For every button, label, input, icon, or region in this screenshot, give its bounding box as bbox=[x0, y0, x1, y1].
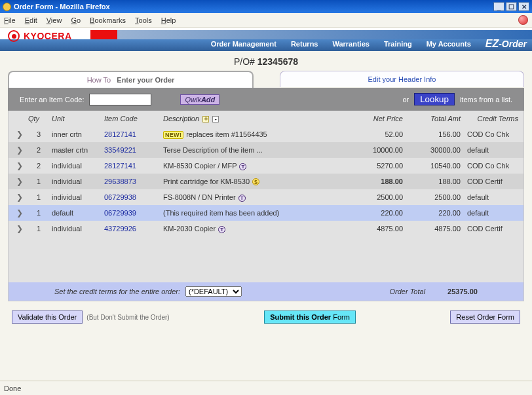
totals-row: Set the credit terms for the entire orde… bbox=[9, 282, 523, 301]
browser-menubar: File Edit View Go Bookmarks Tools Help bbox=[0, 13, 532, 28]
menu-view[interactable]: View bbox=[47, 16, 62, 24]
col-item-code: Item Code bbox=[103, 113, 162, 124]
order-total-value: 25375.00 bbox=[447, 288, 478, 295]
po-number-line: P/O# 12345678 bbox=[8, 55, 524, 71]
row-credit-terms: default bbox=[462, 144, 520, 156]
row-description: (This required item has been added) bbox=[162, 207, 347, 219]
row-qty: 2 bbox=[27, 144, 50, 156]
qwikadd-button[interactable]: QwikAdd bbox=[180, 94, 219, 105]
table-row[interactable]: ❯1default06729939(This required item has… bbox=[9, 205, 523, 221]
col-total-amt: Total Amt bbox=[404, 113, 462, 124]
kyocera-logo-icon bbox=[8, 30, 20, 42]
item-code-input[interactable] bbox=[89, 94, 151, 105]
row-unit: inner crtn bbox=[50, 128, 103, 140]
window-minimize-button[interactable]: _ bbox=[493, 2, 504, 11]
row-net-price: 10000.00 bbox=[347, 144, 404, 156]
kyocera-logo: KYOCERA bbox=[8, 30, 72, 42]
row-credit-terms: COD Co Chk bbox=[462, 160, 520, 172]
row-item-code[interactable]: 28127141 bbox=[103, 160, 162, 172]
window-close-button[interactable]: ✕ bbox=[518, 2, 529, 11]
row-expand-chevron-icon[interactable]: ❯ bbox=[12, 206, 27, 219]
menu-go[interactable]: Go bbox=[71, 16, 81, 24]
row-item-code[interactable]: 28127141 bbox=[103, 128, 162, 140]
lookup-button[interactable]: Lookup bbox=[414, 93, 455, 105]
type-badge-icon: T bbox=[238, 195, 246, 202]
row-total-amt: 4875.00 bbox=[404, 223, 462, 235]
order-total-label: Order Total bbox=[389, 288, 425, 295]
submit-order-button[interactable]: Submit this Order Form bbox=[264, 310, 356, 324]
reset-order-button[interactable]: Reset Order Form bbox=[450, 310, 520, 324]
row-total-amt: 156.00 bbox=[404, 128, 462, 140]
row-expand-chevron-icon[interactable]: ❯ bbox=[12, 143, 27, 157]
row-expand-chevron-icon[interactable]: ❯ bbox=[12, 222, 27, 235]
row-net-price: 220.00 bbox=[347, 207, 404, 219]
row-expand-chevron-icon[interactable]: ❯ bbox=[12, 175, 27, 188]
row-expand-chevron-icon[interactable]: ❯ bbox=[12, 159, 27, 172]
row-expand-chevron-icon[interactable]: ❯ bbox=[12, 128, 27, 141]
lookup-suffix: items from a list. bbox=[460, 96, 512, 103]
menu-file[interactable]: File bbox=[4, 16, 16, 24]
window-title: Order Form - Mozilla Firefox bbox=[14, 3, 110, 10]
row-unit: individual bbox=[50, 223, 103, 235]
row-unit: individual bbox=[50, 160, 103, 172]
nav-order-management[interactable]: Order Management bbox=[211, 40, 276, 48]
validate-order-button[interactable]: Validate this Order bbox=[12, 310, 83, 324]
table-row[interactable]: ❯1individual29638873Print cartridge for … bbox=[9, 174, 523, 189]
table-row[interactable]: ❯1individual06729938FS-8008N / DN Printe… bbox=[9, 189, 523, 205]
row-total-amt: 2500.00 bbox=[404, 191, 462, 203]
nav-training[interactable]: Training bbox=[384, 40, 412, 48]
row-expand-chevron-icon[interactable]: ❯ bbox=[12, 191, 27, 204]
nav-returns[interactable]: Returns bbox=[291, 40, 318, 48]
row-credit-terms: COD Certif bbox=[462, 176, 520, 187]
menu-edit[interactable]: Edit bbox=[25, 16, 37, 24]
order-table: Qty Unit Item Code Description + - Net P… bbox=[8, 111, 524, 301]
type-badge-icon: T bbox=[239, 163, 246, 170]
window-maximize-button[interactable]: ☐ bbox=[506, 2, 517, 11]
nav-my-accounts[interactable]: My Accounts bbox=[427, 40, 471, 48]
or-label: or bbox=[402, 96, 409, 103]
brand-header: KYOCERA Order Management Returns Warrant… bbox=[0, 28, 532, 51]
table-row[interactable]: ❯3inner crtn28127141NEW!replaces item #1… bbox=[9, 126, 523, 142]
row-net-price: 5270.00 bbox=[347, 160, 404, 172]
row-unit: default bbox=[50, 207, 103, 219]
row-net-price: 52.00 bbox=[347, 128, 404, 140]
row-description: Print cartridge for KM-8530$ bbox=[162, 176, 347, 187]
row-item-code[interactable]: 06729938 bbox=[103, 191, 162, 203]
col-qty: Qty bbox=[27, 113, 50, 124]
tab-howto-link[interactable]: How To bbox=[87, 76, 111, 84]
row-qty: 1 bbox=[27, 176, 50, 187]
table-row[interactable]: ❯1individual43729926KM-2030 CopierT4875.… bbox=[9, 221, 523, 236]
row-net-price: 4875.00 bbox=[347, 223, 404, 235]
row-credit-terms: COD Certif bbox=[462, 223, 520, 235]
row-description: NEW!replaces item #11564435 bbox=[162, 128, 347, 140]
status-bar: Done bbox=[0, 381, 532, 395]
credit-terms-select[interactable]: (*DEFAULT) bbox=[185, 286, 242, 297]
description-expand-icon[interactable]: + bbox=[202, 116, 209, 122]
row-unit: master crtn bbox=[50, 144, 103, 156]
row-credit-terms: default bbox=[462, 191, 520, 203]
menu-bookmarks[interactable]: Bookmarks bbox=[90, 16, 126, 24]
ez-order-brand: EZ-Order bbox=[485, 38, 527, 50]
tab-enter-order-label: Enter your Order bbox=[117, 76, 174, 84]
row-description: Terse Description of the item ... bbox=[162, 144, 347, 156]
table-row[interactable]: ❯2individual28127141KM-8530 Copier / MFP… bbox=[9, 158, 523, 174]
row-credit-terms: COD Co Chk bbox=[462, 128, 520, 140]
row-item-code[interactable]: 33549221 bbox=[103, 144, 162, 156]
menu-help[interactable]: Help bbox=[161, 16, 176, 24]
row-description: KM-2030 CopierT bbox=[162, 223, 347, 235]
row-item-code[interactable]: 06729939 bbox=[103, 207, 162, 219]
menu-tools[interactable]: Tools bbox=[135, 16, 152, 24]
tab-edit-header[interactable]: Edit your Header Info bbox=[280, 71, 524, 87]
nav-warranties[interactable]: Warranties bbox=[332, 40, 369, 48]
app-close-icon[interactable] bbox=[518, 15, 528, 25]
validate-note: (But Don't Submit the Order) bbox=[86, 314, 169, 321]
description-collapse-icon[interactable]: - bbox=[212, 116, 219, 122]
row-unit: individual bbox=[50, 176, 103, 187]
row-item-code[interactable]: 43729926 bbox=[103, 223, 162, 235]
action-buttons-row: Validate this Order (But Don't Submit th… bbox=[8, 301, 524, 324]
table-row[interactable]: ❯2master crtn33549221Terse Description o… bbox=[9, 142, 523, 158]
col-net-price: Net Price bbox=[347, 113, 404, 124]
row-item-code[interactable]: 29638873 bbox=[103, 176, 162, 187]
tab-enter-order[interactable]: How To Enter your Order bbox=[8, 71, 254, 88]
row-total-amt: 30000.00 bbox=[404, 144, 462, 156]
